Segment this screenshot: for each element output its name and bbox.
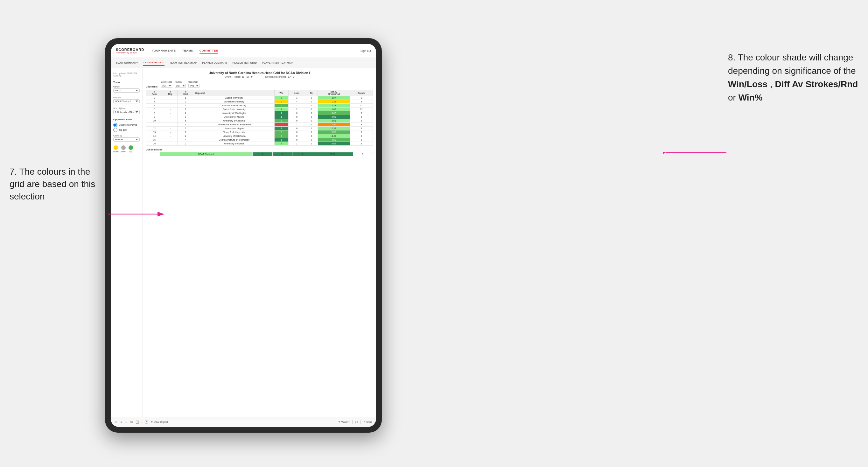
colour-by-select[interactable]: Win/loss bbox=[113, 137, 140, 142]
school-select[interactable]: 1. University of Nort... bbox=[113, 110, 140, 114]
cell-conf: 2 bbox=[178, 100, 194, 104]
out-div-loss: 0 bbox=[272, 152, 292, 156]
cell-opponent: University of Washington bbox=[194, 111, 274, 115]
nav-committee[interactable]: COMMITTEE bbox=[199, 48, 218, 54]
cell-rank: 15 bbox=[146, 138, 163, 142]
cell-rank: 3 bbox=[146, 100, 163, 104]
cell-rounds: 9 bbox=[350, 142, 373, 146]
annotation-bold2: Diff Av Strokes/Rnd bbox=[775, 79, 858, 89]
cell-win: 3 bbox=[274, 134, 288, 138]
cell-conf: 3 bbox=[178, 115, 194, 119]
radio-top100[interactable]: Top 100 bbox=[113, 128, 140, 132]
annotation-left-number: 7. bbox=[9, 167, 17, 177]
arrow-right-svg bbox=[663, 150, 726, 156]
annotation-right-intro: The colour shade will change depending o… bbox=[728, 53, 856, 76]
cell-win: 3 bbox=[274, 130, 288, 134]
table-row: 13 - 1 Texas Tech University 3 0 0 5.56 … bbox=[146, 130, 373, 134]
out-div-win: 1 bbox=[253, 152, 272, 156]
table-row: 15 - 4 Georgia Institute of Technology 5… bbox=[146, 138, 373, 142]
copy-icon[interactable]: ⧉ bbox=[130, 420, 133, 424]
tablet-screen: SCOREBOARD Powered by clippd TOURNAMENTS… bbox=[111, 44, 376, 427]
cell-loss: 4 bbox=[288, 100, 305, 104]
undo-icon[interactable]: ↩ bbox=[115, 420, 117, 424]
opponent-select[interactable]: (All) bbox=[188, 84, 199, 88]
nav-teams[interactable]: TEAMS bbox=[182, 48, 193, 54]
watch-btn[interactable]: 👁 Watch ▾ bbox=[338, 421, 350, 424]
colour-by-group: Colour by Win/loss bbox=[113, 134, 140, 143]
conf-select[interactable]: (All) bbox=[161, 84, 172, 88]
subnav-team-summary[interactable]: TEAM SUMMARY bbox=[116, 60, 138, 65]
colour-by-label: Colour by bbox=[113, 134, 140, 137]
cell-reg: - bbox=[163, 138, 178, 142]
share-btn[interactable]: ↗ Share bbox=[363, 421, 372, 424]
table-row: 10 - 5 University of Alabama 3 0 0 2.61 … bbox=[146, 119, 373, 123]
cell-loss: 0 bbox=[288, 119, 305, 123]
region-select[interactable]: (All) bbox=[175, 84, 186, 88]
cell-loss: 0 bbox=[288, 138, 305, 142]
cell-conf: 1 bbox=[178, 104, 194, 107]
subnav-player-summary[interactable]: PLAYER SUMMARY bbox=[202, 60, 227, 65]
toolbar-sep-3 bbox=[361, 420, 361, 424]
annotation-left: 7. The colours in the grid are based on … bbox=[9, 165, 99, 203]
cell-tie: 0 bbox=[305, 134, 317, 138]
out-div-rounds: 3 bbox=[353, 152, 373, 156]
view-icon: 👁 bbox=[151, 421, 153, 423]
down-label: Down bbox=[113, 151, 119, 153]
cell-reg: - bbox=[163, 107, 178, 111]
cell-loss: 0 bbox=[288, 134, 305, 138]
subnav-team-h2h-heatmap[interactable]: TEAM H2H HEATMAP bbox=[169, 60, 197, 65]
cell-opponent: Vanderbilt University bbox=[194, 100, 274, 104]
col-rank: #Rank bbox=[146, 90, 163, 96]
subnav-player-h2h-grid[interactable]: PLAYER H2H GRID bbox=[232, 60, 257, 65]
region-label: Region bbox=[175, 81, 186, 83]
comment-btn[interactable]: 💬 bbox=[355, 421, 358, 424]
gender-select[interactable]: Men's bbox=[113, 88, 140, 93]
region-filter: Region (All) bbox=[175, 81, 186, 88]
forward-icon[interactable]: → bbox=[125, 420, 128, 424]
toolbar-sep-1 bbox=[142, 420, 142, 424]
col-conf: #Conf bbox=[178, 90, 194, 96]
cell-rank: 9 bbox=[146, 115, 163, 119]
out-div-tie: 0 bbox=[292, 152, 312, 156]
nav-tournaments[interactable]: TOURNAMENTS bbox=[152, 48, 176, 54]
cell-rank: 16 bbox=[146, 142, 163, 146]
share-icon: ↗ bbox=[363, 421, 365, 424]
division-select[interactable]: NCAA Division I bbox=[113, 99, 140, 103]
opponent-view-label: Opponent View bbox=[113, 118, 140, 121]
cell-reg: - bbox=[163, 115, 178, 119]
table-row: 11 - 6 University of Arkansas, Fayettevi… bbox=[146, 123, 373, 127]
cell-opponent: University of Alabama bbox=[194, 119, 274, 123]
cell-win: 3 bbox=[274, 142, 288, 146]
cell-win: 1 bbox=[274, 111, 288, 115]
cell-rounds: 3 bbox=[350, 127, 373, 130]
table-row: 6 - 2 Florida State University 4 2 0 1.8… bbox=[146, 107, 373, 111]
out-div-blank bbox=[146, 152, 160, 156]
cell-tie: 0 bbox=[305, 107, 317, 111]
radio-opponents-played[interactable]: Opponents Played bbox=[113, 123, 140, 127]
cell-diff: 1.83 bbox=[317, 107, 350, 111]
redo-icon[interactable]: ↪ bbox=[120, 420, 122, 424]
cell-conf: 6 bbox=[178, 123, 194, 127]
cell-reg: - bbox=[163, 96, 178, 100]
cell-diff: 5.56 bbox=[317, 130, 350, 134]
cell-diff: -2.29 bbox=[317, 100, 350, 104]
cell-rank: 10 bbox=[146, 119, 163, 123]
subnav-player-h2h-heatmap[interactable]: PLAYER H2H HEATMAP bbox=[262, 60, 293, 65]
radio-group: Opponents Played Top 100 bbox=[113, 123, 140, 132]
sign-out-link[interactable]: Sign out bbox=[361, 49, 371, 53]
table-row: 2 - 1 Auburn University 2 1 0 1.67 9 bbox=[146, 96, 373, 100]
subnav-team-h2h-grid[interactable]: TEAM H2H GRID bbox=[143, 60, 164, 66]
school-group: School (Rank) 1. University of Nort... bbox=[113, 107, 140, 116]
table-row: 16 - 2 University of Florida 3 1 0 6.62 … bbox=[146, 142, 373, 146]
cell-conf: 2 bbox=[178, 111, 194, 115]
view-original-btn[interactable]: 👁 View: Original bbox=[151, 421, 168, 423]
annotation-right-number: 8. bbox=[728, 53, 735, 62]
gender-label: Gender bbox=[113, 86, 140, 88]
cell-diff: 6.62 bbox=[317, 142, 350, 146]
level-dot bbox=[121, 145, 126, 150]
cell-opponent: Texas Tech University bbox=[194, 130, 274, 134]
paste-icon[interactable]: 📋 bbox=[135, 420, 139, 424]
cell-tie: 0 bbox=[305, 130, 317, 134]
team-label: Team bbox=[113, 81, 140, 84]
cell-diff: 2.61 bbox=[317, 119, 350, 123]
